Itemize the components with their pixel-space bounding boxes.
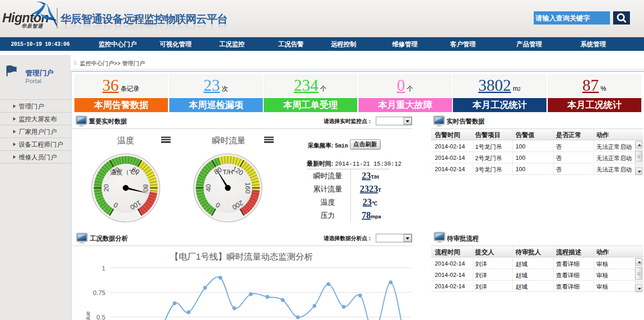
svg-text:40: 40: [204, 184, 212, 192]
svg-text:80: 80: [142, 184, 150, 192]
svg-text:20: 20: [102, 184, 110, 192]
svg-text:温度（℃）: 温度（℃）: [110, 168, 142, 176]
svg-text:T/H: T/H: [223, 168, 233, 176]
svg-text:160: 160: [244, 182, 252, 193]
